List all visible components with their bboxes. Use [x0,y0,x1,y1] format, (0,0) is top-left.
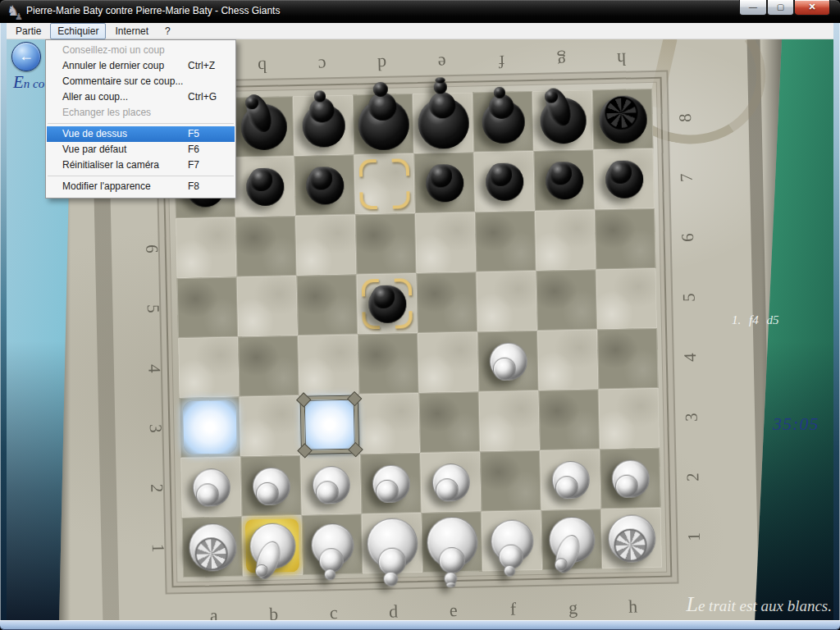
square-c4[interactable] [298,335,359,396]
black-pawn-b7[interactable] [235,156,296,217]
table-edge-shadow [761,39,788,620]
piece-part [428,164,452,188]
square-a4[interactable] [178,337,240,399]
minimize-button[interactable]: — [739,0,767,16]
square-e4[interactable] [418,331,479,393]
white-bishop-c1[interactable] [302,514,363,576]
white-pawn-b2[interactable] [240,455,302,517]
white-knight-g1[interactable] [541,509,603,570]
white-pawn-h2[interactable] [600,448,661,509]
black-pawn-c7[interactable] [294,155,355,217]
square-h4[interactable] [597,328,659,390]
black-pawn-e7[interactable] [413,153,475,214]
piece-part [435,77,445,83]
square-e5[interactable] [417,272,478,334]
square-a6[interactable] [176,217,237,279]
menu-item-aller-au-coup[interactable]: Aller au coup...Ctrl+G [47,89,235,105]
square-h5[interactable] [596,268,657,330]
square-b6[interactable] [235,216,297,277]
close-button[interactable]: ✕ [794,0,830,16]
square-e3[interactable] [419,391,481,453]
rank-label-right-8: 8 [655,105,716,131]
hover-square-frame[interactable] [301,396,358,454]
square-f6[interactable] [475,211,536,272]
rank-label-right-1: 1 [664,524,725,550]
white-knight-b1[interactable] [242,515,304,577]
file-label-top-f: f [472,48,532,75]
square-c5[interactable] [297,275,358,336]
piece-part [488,162,512,186]
menu-item-modifier-l-apparence[interactable]: Modifier l'apparenceF8 [47,179,235,194]
black-knight-b8[interactable] [233,96,294,158]
square-g3[interactable] [539,389,600,450]
black-pawn-h7[interactable] [593,148,655,210]
black-king-e8[interactable] [413,93,474,154]
square-f5[interactable] [476,271,537,332]
piece-part [254,564,267,577]
square-a5[interactable] [177,277,239,339]
move-hint-glow[interactable] [183,400,237,454]
app-window: ♞♟ Pierre-Marie Baty contre Pierre-Marie… [0,0,840,630]
white-king-e1[interactable] [422,511,483,573]
square-g6[interactable] [535,209,596,271]
square-d4[interactable] [358,333,419,395]
menubar-item-echiquier[interactable]: Echiquier [50,23,106,39]
square-b4[interactable] [238,336,299,397]
square-f3[interactable] [479,390,541,452]
black-pawn-f7[interactable] [473,151,535,212]
white-pawn-g2[interactable] [540,449,601,510]
black-queen-d8[interactable] [353,94,414,155]
black-pawn-d5[interactable] [357,273,418,335]
square-f2[interactable] [480,450,541,512]
piece-part [608,160,632,184]
menu-item-commentaire-sur-ce-coup[interactable]: Commentaire sur ce coup... [47,74,235,89]
rank-label-right-7: 7 [656,165,717,191]
square-b3[interactable] [240,395,301,457]
white-pawn-e2[interactable] [420,451,482,513]
file-label-bottom-e: e [423,597,484,620]
menubar-item-internet[interactable]: Internet [107,23,156,39]
menu-item-annuler-le-dernier-coup[interactable]: Annuler le dernier coupCtrl+Z [47,58,235,74]
white-pawn-d2[interactable] [360,453,422,514]
black-rook-h8[interactable] [592,89,654,150]
back-button[interactable]: ← [11,42,41,71]
black-bishop-f8[interactable] [472,91,534,153]
white-queen-d1[interactable] [362,513,423,574]
square-h3[interactable] [599,388,660,450]
piece-part [555,475,578,499]
white-pawn-a2[interactable] [180,457,242,518]
white-pawn-f4[interactable] [477,331,539,392]
menubar-item-partie[interactable]: Partie [8,23,48,39]
maximize-button[interactable]: ▢ [767,0,794,16]
title-bar[interactable]: ♞♟ Pierre-Marie Baty contre Pierre-Marie… [0,0,840,23]
square-b5[interactable] [237,276,299,337]
square-g5[interactable] [536,269,597,331]
white-rook-h1[interactable] [601,508,663,569]
square-g4[interactable] [537,329,599,390]
menubar-item-?[interactable]: ? [158,23,178,39]
gold-corner-bracket [359,159,377,176]
menu-item-vue-de-dessus[interactable]: Vue de dessusF5 [47,126,235,142]
white-bishop-f1[interactable] [482,510,543,572]
white-rook-a1[interactable] [182,517,244,578]
piece-part [428,92,455,119]
square-d6[interactable] [355,213,417,275]
menu-item-vue-par-d-faut[interactable]: Vue par défautF6 [47,142,235,158]
square-c6[interactable] [295,215,357,276]
move-list: 1. f4 d5 [732,313,829,327]
rank-label-left-5: 5 [123,296,184,322]
square-e6[interactable] [415,212,477,274]
black-bishop-c8[interactable] [293,95,354,157]
black-knight-g8[interactable] [532,89,594,151]
piece-part [438,546,465,573]
echiquier-dropdown-menu: Conseillez-moi un coupAnnuler le dernier… [45,39,236,199]
square-h6[interactable] [595,208,656,270]
menu-item-r-initialiser-la-cam-ra[interactable]: Réinitialiser la caméraF7 [47,158,235,173]
black-pawn-g7[interactable] [533,149,595,211]
file-label-bottom-h: h [603,594,664,620]
menu-item-label: Commentaire sur ce coup... [62,75,183,87]
window-border-bottom [0,620,840,630]
square-d3[interactable] [359,393,421,454]
white-pawn-c2[interactable] [300,454,362,516]
menu-separator [48,176,234,176]
